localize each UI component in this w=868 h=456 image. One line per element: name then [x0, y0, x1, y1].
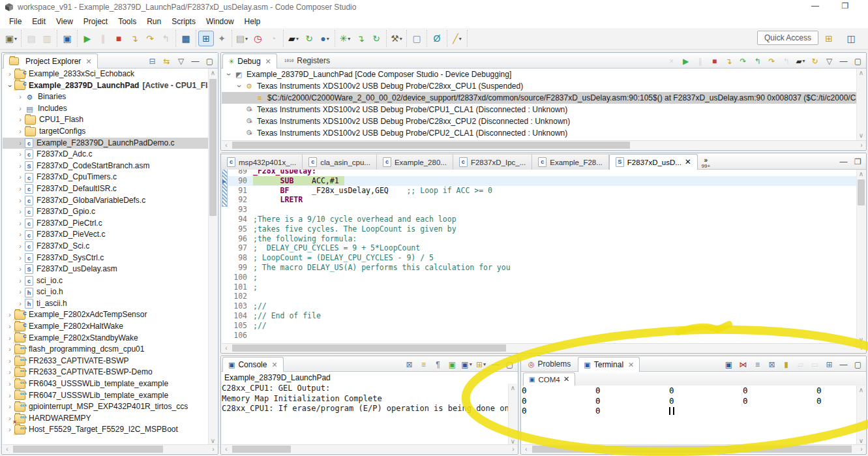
code-line[interactable]: 98; LoopCount = (DELAY_CPU_CYCLES - 9) /… [222, 253, 858, 263]
resume-button[interactable]: ▶ [679, 54, 693, 68]
tree-item[interactable]: ›⚙Binaries [3, 91, 208, 103]
scroll-down-icon[interactable]: ∨ [857, 131, 865, 140]
view-menu-button[interactable]: ▽ [822, 54, 836, 68]
chevron-right-icon[interactable]: › [16, 160, 25, 172]
chevron-right-icon[interactable]: › [5, 390, 14, 402]
tree-item[interactable]: ›C⚠Example_F2802xStandbyWake [3, 333, 208, 344]
tab-debug[interactable]: ✳Debug✕ [222, 53, 277, 68]
minimize-button[interactable]: — [488, 357, 502, 371]
scroll-up-icon[interactable]: ∧ [209, 68, 217, 78]
profile-step-into-button[interactable]: ↴ [353, 31, 368, 46]
tree-item[interactable]: ›ti_ascii.h [3, 298, 208, 310]
console-vscrollbar[interactable]: ∧ ∨ [508, 384, 517, 446]
code-line[interactable]: 102 [222, 292, 858, 301]
console-output[interactable]: C28xx_CPU1: GEL Output:Memory Map Initia… [222, 384, 509, 446]
debug-tree-item[interactable]: ⚙×Texas Instruments XDS100v2 USB Debug P… [222, 115, 858, 127]
code-line[interactable]: 104;// End of file [222, 311, 858, 321]
tab-com4[interactable]: ▣ COM4 ✕ [523, 372, 575, 386]
chevron-right-icon[interactable]: › [5, 401, 14, 413]
flash-chip-button[interactable]: ▰▾ [794, 54, 807, 68]
refresh-target-button[interactable]: ↻ [301, 31, 317, 46]
scroll-up-icon[interactable]: ∧ [509, 384, 517, 393]
debug-hscrollbar[interactable]: ‹ › [222, 140, 866, 149]
step-return-button[interactable]: ↰ [751, 54, 764, 68]
tree-item[interactable]: ›ccs⚠FR2633_CAPTIVATE-BSWP-Demo [3, 367, 208, 378]
editor-vscrollbar[interactable]: ∧ ∨ [856, 170, 865, 344]
tree-item[interactable]: ›F2837xD_SysCtrl.c [3, 252, 208, 264]
tree-item[interactable]: ›F2837xD_Adc.c [3, 149, 208, 160]
window-maximize-button[interactable]: ❐ [834, 0, 856, 13]
scroll-right-icon[interactable]: › [857, 445, 866, 453]
suspend-button[interactable]: ∥ [95, 31, 111, 46]
code-line[interactable]: 94;There is a 9/10 cycle overhead and ea… [222, 215, 858, 224]
chevron-right-icon[interactable]: › [16, 206, 25, 218]
menu-window[interactable]: Window [201, 16, 239, 27]
maximize-button[interactable]: ▢ [203, 54, 217, 68]
tab-console[interactable]: ▣ Console ✕ [222, 357, 284, 372]
project-tree-hscrollbar[interactable]: ‹ › [3, 444, 218, 453]
close-icon[interactable]: ✕ [563, 374, 570, 384]
memory-browser-button[interactable]: ▦ [178, 31, 194, 46]
chevron-right-icon[interactable]: › [16, 229, 25, 241]
menu-tools[interactable]: Tools [113, 16, 142, 27]
command-input-button[interactable]: ▣ [722, 357, 736, 371]
scroll-left-icon[interactable]: ‹ [222, 344, 231, 352]
step-into-button[interactable]: ↴ [722, 54, 736, 68]
debug-tree-item[interactable]: ⚙×Texas Instruments XDS100v2 USB Debug P… [222, 127, 858, 139]
tree-item[interactable]: ›▤Includes [3, 103, 208, 115]
menu-help[interactable]: Help [239, 16, 266, 27]
chevron-down-icon[interactable]: › [223, 70, 235, 79]
tree-item[interactable]: ›F2837xD_PieVect.c [3, 229, 208, 241]
chevron-right-icon[interactable]: › [16, 149, 25, 160]
build-button[interactable]: ⚒▾ [389, 31, 404, 46]
chevron-right-icon[interactable]: › [16, 275, 25, 287]
step-return-button[interactable]: ↰ [158, 31, 173, 46]
connect-terminal-button[interactable]: ⋈ [736, 357, 750, 371]
debug-tree-item[interactable]: ⚙×Texas Instruments XDS100v2 USB Debug P… [222, 104, 858, 115]
scroll-right-icon[interactable]: › [509, 445, 518, 453]
menu-project[interactable]: Project [78, 16, 113, 27]
editor-tab-example-280-[interactable]: cExample_280... [377, 154, 453, 170]
scroll-left-icon[interactable]: ‹ [522, 445, 531, 453]
code-line[interactable]: 95;takes five cycles. The LoopCount is g… [222, 224, 858, 234]
view-menu-button[interactable]: ▽ [174, 54, 188, 68]
minimize-button[interactable]: — [837, 357, 850, 371]
step-over-button[interactable]: ↷ [142, 31, 158, 46]
tab-project-explorer[interactable]: Project Explorer ✕ [3, 53, 98, 68]
tree-item[interactable]: ›ccsFR2633_CAPTIVATE-BSWP [3, 356, 208, 367]
code-line[interactable]: 99; The macro DELAY_US(A) performs this … [222, 263, 858, 273]
search-button[interactable]: Ø [429, 31, 445, 46]
target-wand-button[interactable]: ✦ [214, 31, 230, 46]
tab-problems[interactable]: ◎Problems [522, 356, 576, 371]
maximize-button[interactable]: ▢ [851, 357, 865, 371]
tree-item[interactable]: ›F2837xD_Sci.c [3, 241, 208, 252]
restart-button[interactable]: ◷ [250, 31, 265, 46]
tree-item[interactable]: ›C⚠Example_28379D_LaunchPad[Active - CPU… [3, 80, 208, 92]
tree-item[interactable]: ›ccs⚠flash_programming_dcsm_cpu01 [3, 344, 208, 356]
tab-overflow-indicator[interactable]: »99+ [698, 157, 715, 169]
minimize-button[interactable]: — [188, 54, 202, 68]
clear-terminal-button[interactable]: ⊠ [765, 357, 779, 371]
tree-item[interactable]: ›C⚠Example_F2802xHaltWake [3, 321, 208, 333]
tree-item[interactable]: ›C⚠Example_F2802xAdcTempSensor [3, 309, 208, 321]
copy-button[interactable]: ▱ [794, 357, 807, 371]
tree-item[interactable]: ›ccsFR6047_USSSWLib_template_example [3, 390, 208, 402]
project-tree-vscrollbar[interactable]: ∧ ∨ [208, 68, 217, 446]
tab-terminal[interactable]: ▣Terminal✕ [578, 357, 640, 372]
scroll-up-icon[interactable]: ∧ [857, 68, 865, 78]
code-line[interactable]: 93 [222, 205, 858, 215]
chevron-right-icon[interactable]: › [16, 241, 25, 252]
menu-view[interactable]: View [51, 16, 78, 27]
tree-item[interactable]: ›C⚠Example_2833xSci_Echoback [3, 68, 208, 80]
quick-access-button[interactable]: Quick Access [757, 31, 818, 45]
open-console-button[interactable]: ⊞▾ [474, 357, 488, 371]
close-icon[interactable]: ✕ [85, 57, 91, 67]
code-line[interactable]: 100; [222, 273, 858, 282]
tree-item[interactable]: ›F2837xD_usDelay.asm [3, 264, 208, 275]
console-hscrollbar[interactable]: ‹ › [222, 444, 518, 453]
scroll-up-icon[interactable]: ∧ [857, 386, 865, 395]
pin-console-button[interactable]: ▣ [445, 357, 459, 371]
restart-button[interactable]: ↻ [808, 54, 822, 68]
clear-console-button[interactable]: ⊠ [402, 357, 416, 371]
tree-item[interactable]: ›ccsFR6043_USSSWLib_template_example [3, 378, 208, 390]
